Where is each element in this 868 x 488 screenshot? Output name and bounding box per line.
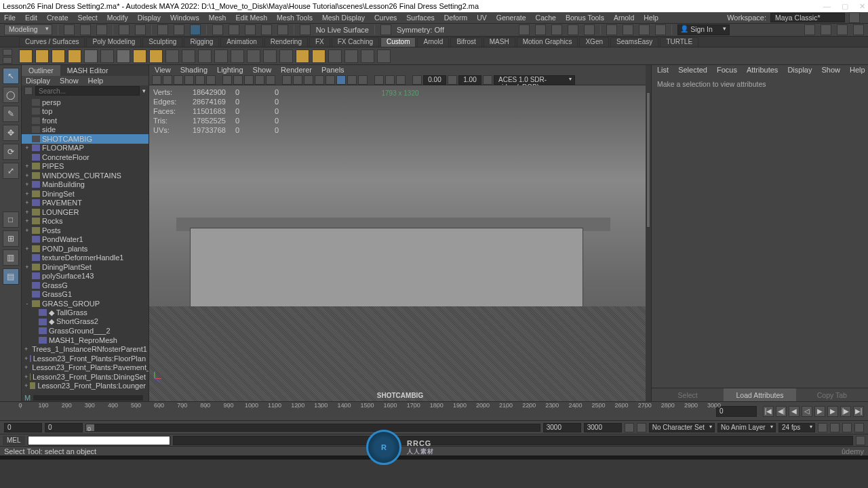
- outliner-item[interactable]: polySurface143: [22, 272, 149, 281]
- audio-icon[interactable]: [842, 423, 852, 432]
- menu-mesh[interactable]: Mesh: [209, 14, 226, 22]
- shelf-tab-turtle[interactable]: TURTLE: [660, 37, 698, 47]
- menu-mesh-display[interactable]: Mesh Display: [322, 14, 365, 22]
- toggle-panel-1-icon[interactable]: [606, 24, 617, 35]
- play-button[interactable]: ▶: [814, 406, 825, 417]
- shelf-btn-12[interactable]: [198, 49, 212, 63]
- outliner-item[interactable]: +Lesson23_Front_Plants:DiningSet: [22, 372, 149, 382]
- menu-windows[interactable]: Windows: [170, 14, 199, 22]
- viewport-menu-view[interactable]: View: [155, 66, 171, 74]
- range-track[interactable]: 0: [85, 424, 540, 432]
- attr-menu-selected[interactable]: Selected: [678, 66, 707, 74]
- menu-curves[interactable]: Curves: [374, 14, 397, 22]
- shelf-btn-11[interactable]: [182, 49, 195, 63]
- outliner-hscroll[interactable]: [33, 395, 143, 401]
- character-set-selector[interactable]: No Character Set: [649, 423, 715, 432]
- viewport-scrollbar[interactable]: [646, 65, 651, 401]
- snap-grid-icon[interactable]: [212, 24, 223, 35]
- vp-image-plane-icon[interactable]: [184, 75, 194, 85]
- go-end-button[interactable]: ▶|: [853, 406, 864, 417]
- vp-lock-cam-icon[interactable]: [163, 75, 172, 85]
- search-icon[interactable]: [24, 87, 33, 95]
- step-fwd-button[interactable]: ▶: [827, 406, 838, 417]
- prefs-icon[interactable]: [854, 423, 864, 432]
- snap-plane-icon[interactable]: [261, 24, 272, 35]
- step-fwd-key-button[interactable]: |▶: [840, 406, 851, 417]
- close-button[interactable]: ✕: [859, 2, 865, 11]
- layout-four[interactable]: ⊞: [3, 230, 19, 247]
- menu-file[interactable]: File: [4, 14, 16, 22]
- command-input[interactable]: [28, 436, 170, 445]
- menu-modify[interactable]: Modify: [107, 14, 128, 22]
- outliner-item[interactable]: +Lesson23_Front_Plants:Pavement_Bas: [22, 363, 149, 373]
- time-slider[interactable]: 0100200300400500600700800900100011001200…: [0, 401, 868, 420]
- shelf-tab-seamseasy[interactable]: SeamsEasy: [610, 37, 658, 47]
- vp-ao-icon[interactable]: [336, 75, 346, 85]
- shelf-tab-poly-modeling[interactable]: Poly Modeling: [86, 37, 141, 47]
- vp-isolate-icon[interactable]: [374, 75, 384, 85]
- attr-menu-display[interactable]: Display: [787, 66, 812, 74]
- shelf-tab-bifrost[interactable]: Bifrost: [450, 37, 481, 47]
- vp-exposure-icon[interactable]: [412, 75, 422, 85]
- vp-aa-icon[interactable]: [358, 75, 368, 85]
- channelbox-icon[interactable]: [821, 24, 831, 35]
- undo-icon[interactable]: [119, 24, 130, 35]
- shelf-btn-13[interactable]: [214, 49, 228, 63]
- outliner-item[interactable]: persp: [22, 98, 149, 107]
- outliner-list[interactable]: persptopfrontsideSHOTCAMBIG+FLOORMAPConc…: [22, 96, 149, 394]
- outliner-item[interactable]: +FLOORMAP: [22, 144, 149, 153]
- step-back-button[interactable]: ◀: [789, 406, 800, 417]
- shelf-btn-14[interactable]: [231, 49, 244, 63]
- attr-menu-show[interactable]: Show: [821, 66, 840, 74]
- anim-layer-selector[interactable]: No Anim Layer: [717, 423, 776, 432]
- step-back-key-button[interactable]: ◀|: [776, 406, 787, 417]
- menu-edit-mesh[interactable]: Edit Mesh: [235, 14, 267, 22]
- menu-create[interactable]: Create: [47, 14, 68, 22]
- toggle-panel-3-icon[interactable]: [639, 24, 650, 35]
- outliner-search-input[interactable]: [35, 86, 140, 96]
- shelf-btn-5[interactable]: [84, 49, 98, 63]
- outliner-item[interactable]: MASH1_ReproMesh: [22, 336, 149, 345]
- shelf-btn-23[interactable]: [377, 49, 391, 63]
- shelf-tab-rendering[interactable]: Rendering: [264, 37, 308, 47]
- layout-outliner[interactable]: ▤: [3, 268, 19, 285]
- shelf-tab-arnold[interactable]: Arnold: [417, 37, 449, 47]
- shelf-btn-4[interactable]: [68, 49, 81, 63]
- shelf-btn-16[interactable]: [263, 49, 277, 63]
- vp-grid-icon[interactable]: [222, 75, 232, 85]
- viewport-menu-show[interactable]: Show: [253, 66, 272, 74]
- minimize-button[interactable]: —: [823, 2, 831, 11]
- outliner-item[interactable]: +Rocks: [22, 217, 149, 226]
- lasso-icon[interactable]: [174, 24, 184, 35]
- shelf-tab-xgen[interactable]: XGen: [579, 37, 609, 47]
- layout-two[interactable]: ▥: [3, 249, 19, 266]
- vp-motion-blur-icon[interactable]: [347, 75, 357, 85]
- vp-xray-icon[interactable]: [385, 75, 395, 85]
- range-end-field[interactable]: 3000: [543, 423, 581, 432]
- paint-select-icon[interactable]: [190, 24, 201, 35]
- range-max-field[interactable]: 3000: [584, 423, 622, 432]
- play-back-button[interactable]: ◁: [802, 406, 812, 417]
- attr-menu-focus[interactable]: Focus: [717, 66, 737, 74]
- vp-shadows-icon[interactable]: [326, 75, 335, 85]
- shelf-btn-22[interactable]: [361, 49, 374, 63]
- menu-edit[interactable]: Edit: [25, 14, 37, 22]
- shelf-tab-fx[interactable]: FX: [309, 37, 330, 47]
- menu-generate[interactable]: Generate: [496, 14, 526, 22]
- shelf-btn-18[interactable]: [296, 49, 309, 63]
- vp-colorspace-selector[interactable]: ACES 1.0 SDR-video (sRGB): [494, 75, 575, 85]
- live-surface-icon[interactable]: [300, 24, 311, 35]
- outliner-item[interactable]: +Lesson23_Front_Plants:Lounger: [22, 382, 149, 391]
- ipr-icon[interactable]: [568, 24, 578, 35]
- vp-shaded-icon[interactable]: [293, 75, 302, 85]
- vp-safe-icon[interactable]: [266, 75, 275, 85]
- symmetry-icon[interactable]: [380, 24, 391, 35]
- menu-deform[interactable]: Deform: [444, 14, 467, 22]
- tool-settings-icon[interactable]: [837, 24, 848, 35]
- shelf-tab-custom[interactable]: Custom: [380, 37, 416, 47]
- select-mode-icon[interactable]: [157, 24, 168, 35]
- render-frame-icon[interactable]: [551, 24, 562, 35]
- outliner-item[interactable]: textureDeformerHandle1: [22, 253, 149, 263]
- shelf-tab-motion-graphics[interactable]: Motion Graphics: [517, 37, 578, 47]
- viewport-menu-lighting[interactable]: Lighting: [217, 66, 243, 74]
